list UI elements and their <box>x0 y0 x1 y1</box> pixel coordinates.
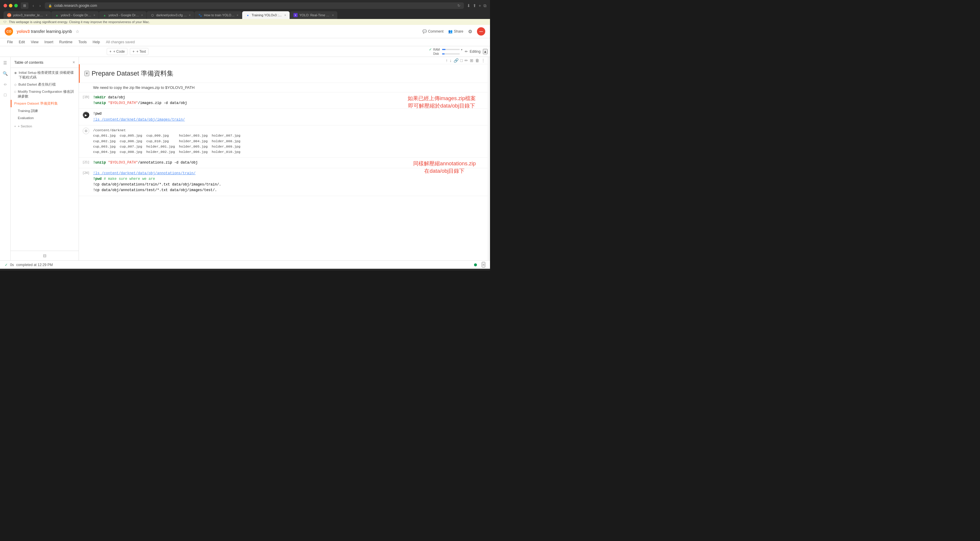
sidebar-item-initial-setup[interactable]: ◉ Initial Setup 檢查硬體支援 掛載硬碟 下載程式碼 <box>11 69 78 81</box>
delete-btn[interactable]: 🗑 <box>475 58 479 63</box>
link-btn[interactable]: 🔗 <box>453 58 458 63</box>
maximize-traffic-light[interactable] <box>14 4 18 7</box>
search-icon[interactable]: 🔍 <box>2 70 9 77</box>
edit-btn[interactable]: ✏ <box>465 58 468 63</box>
move-down-btn[interactable]: ↓ <box>450 58 452 63</box>
tab-close-2[interactable]: × <box>93 14 95 17</box>
tab-close-3[interactable]: × <box>141 14 143 17</box>
tab-close-5[interactable]: × <box>237 14 238 17</box>
sidebar-label-initial-setup: Initial Setup 檢查硬體支援 掛載硬碟 下載程式碼 <box>19 70 76 80</box>
new-tab-btn[interactable]: + <box>479 3 481 8</box>
colab-icon: CO <box>5 27 13 36</box>
code-icon[interactable]: ‹› <box>3 81 8 88</box>
tab-6[interactable]: ● Training YOLOv3 : Deep Le... × <box>242 11 290 19</box>
add-comment-btn[interactable]: □ <box>460 58 463 63</box>
tab-3[interactable]: ▲ yolov3 - Google Drive × <box>99 11 146 19</box>
tab-2[interactable]: ▲ yolov3 - Google Drive × <box>51 11 99 19</box>
sidebar-bottom-icon[interactable]: ⊟ <box>13 253 76 258</box>
menu-bar: File Edit View Insert Runtime Tools Help… <box>0 38 490 46</box>
minimize-traffic-light[interactable] <box>9 4 13 7</box>
sidebar-bottom: ⊟ <box>11 251 78 260</box>
sidebar-item-section[interactable]: + + Section <box>11 123 78 130</box>
share-browser-btn[interactable]: ⬆ <box>473 3 476 8</box>
code-cell-pwd: ▶ !pwd !ls /content/darknet/data/obj/ima… <box>79 109 488 157</box>
file-icon[interactable]: □ <box>3 91 7 98</box>
annotation-2: 同樣解壓縮annotations.zip在data/obj目錄下 <box>413 160 476 175</box>
tab-favicon-6: ● <box>246 13 250 17</box>
back-btn[interactable]: ‹ <box>32 3 35 9</box>
comment-label: Comment <box>428 29 444 33</box>
share-btn[interactable]: 👥 Share <box>448 29 463 33</box>
menu-insert[interactable]: Insert <box>42 39 56 45</box>
output-line-0: /content/darknet <box>93 128 240 133</box>
ram-chevron[interactable]: ▾ <box>461 48 463 51</box>
tab-1[interactable]: CO yolov3_transfer_learning.ip... × <box>3 11 51 19</box>
add-section-icon: + <box>14 124 16 129</box>
tab-favicon-1: CO <box>7 13 11 17</box>
copy-cell-btn[interactable]: ⊞ <box>470 58 473 63</box>
toc-icon[interactable]: ☰ <box>2 59 8 67</box>
content-area: ☰ 🔍 ‹› □ Table of contents × ◉ Initial S… <box>0 57 490 260</box>
sidebar-toggle-btn[interactable]: ⊞ <box>21 2 29 9</box>
settings-btn[interactable]: ⚙ <box>468 29 472 34</box>
sidebar-label-build-darket: Build Darket 產生執行檔 <box>18 82 56 87</box>
tab-5[interactable]: 🐾 How to train YOLOv3 on th... × <box>194 11 242 19</box>
tab-close-4[interactable]: × <box>189 14 191 17</box>
tab-close-7[interactable]: × <box>332 14 334 17</box>
menu-help[interactable]: Help <box>91 39 103 45</box>
tab-close-6[interactable]: × <box>284 14 286 17</box>
account-btn[interactable]: — <box>477 27 485 36</box>
sidebar-item-modify-training[interactable]: □ Modify Training Configuration 修改訓練參數 <box>11 88 78 100</box>
more-btn[interactable]: ⋮ <box>481 58 485 63</box>
toolbar: + + Code + + Text ✓ RAM ▾ Disk <box>0 46 490 57</box>
lock-icon: 🔒 <box>48 4 52 7</box>
sidebar-item-training[interactable]: Training 訓練 <box>11 107 78 114</box>
menu-edit[interactable]: Edit <box>16 39 27 45</box>
code-24-line3: !cp data/obj/annotations/train/*.txt dat… <box>93 182 485 187</box>
sidebar-item-prepare-dataset[interactable]: Prepare Dataset 準備資料集 <box>11 100 78 107</box>
add-code-btn[interactable]: + + Code <box>107 48 127 55</box>
intro-text-cell: We need to copy the zip file images.zip … <box>79 83 488 92</box>
address-bar[interactable]: 🔒 colab.research.google.com ↻ <box>45 2 464 9</box>
move-up-btn[interactable]: ↑ <box>446 58 448 63</box>
tab-4[interactable]: ⬡ darknet/yolov3.cfg at mast... × <box>147 11 194 19</box>
collapse-section-btn[interactable]: ▼ <box>84 71 89 76</box>
intro-text: We need to copy the zip file images.zip … <box>93 85 195 90</box>
menu-file[interactable]: File <box>5 39 15 45</box>
kw-unzip: !unzip <box>93 101 108 105</box>
run-btn-pwd[interactable]: ▶ <box>83 112 89 118</box>
cell-action-bar: ↑ ↓ 🔗 □ ✏ ⊞ 🗑 ⋮ <box>79 57 488 64</box>
close-traffic-light[interactable] <box>3 4 7 7</box>
tab-favicon-4: ⬡ <box>150 13 154 17</box>
code-pwd-line: !pwd <box>93 111 485 117</box>
output-line-4: cup_004.jpg cup_008.jpg holder_002.jpg h… <box>93 149 240 155</box>
right-scrollbar[interactable] <box>488 57 490 260</box>
status-close-btn[interactable]: × <box>482 262 485 268</box>
address-text: colab.research.google.com <box>54 3 97 8</box>
code-cell-21: [21] !unzip "$YOLOV3_PATH"/annotations.z… <box>79 158 488 168</box>
menu-view[interactable]: View <box>29 39 41 45</box>
sidebar-header: Table of contents × <box>11 57 78 68</box>
reload-icon[interactable]: ↻ <box>457 3 460 8</box>
tab-close-1[interactable]: × <box>46 14 48 17</box>
header-actions: 💬 Comment 👥 Share ⚙ — <box>422 27 485 36</box>
menu-runtime[interactable]: Runtime <box>57 39 75 45</box>
annotation-1-text: 如果已經上傳images.zip檔案即可解壓縮於data/obj目錄下 <box>407 95 476 109</box>
sidebar-item-evaluation[interactable]: Evaluation <box>11 114 78 122</box>
download-btn[interactable]: ⬇ <box>467 3 471 8</box>
cell-gutter-pwd: ▶ <box>79 109 93 125</box>
star-icon[interactable]: ☆ <box>76 29 80 34</box>
cell-toolbar-expand-btn[interactable]: ▲ <box>483 49 488 54</box>
sidebar-close-btn[interactable]: × <box>73 60 75 65</box>
cell-num-19: [19] <box>83 95 89 99</box>
comment-btn[interactable]: 💬 Comment <box>422 29 444 33</box>
forward-btn[interactable]: › <box>38 3 42 9</box>
app-header: CO yolov3 transfer learning.ipynb ☆ 💬 Co… <box>0 25 490 38</box>
tab-7[interactable]: Y YOLO: Real-Time Object De... × <box>290 11 337 19</box>
copy-btn[interactable]: ⧉ <box>484 3 487 8</box>
add-text-btn[interactable]: + + Text <box>130 48 148 55</box>
sidebar-item-build-darket[interactable]: ◇ Build Darket 產生執行檔 <box>11 81 78 88</box>
code-mkdir-arg: data/obj <box>108 95 125 100</box>
code-cell-19: [19] !mkdir data/obj !unzip "$YOLOV3_PAT… <box>79 92 488 109</box>
menu-tools[interactable]: Tools <box>76 39 89 45</box>
